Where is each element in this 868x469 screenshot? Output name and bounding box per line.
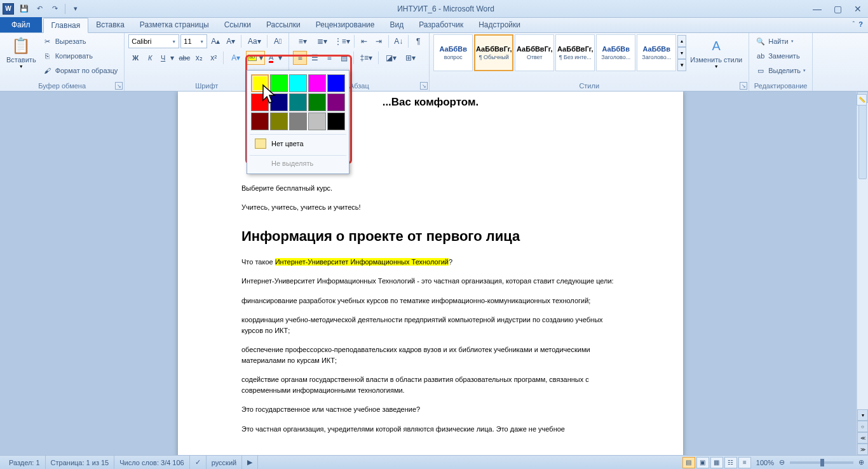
browse-object-icon[interactable]: ○ bbox=[857, 421, 868, 432]
color-swatch-magenta[interactable] bbox=[308, 74, 326, 92]
color-swatch-green[interactable] bbox=[270, 74, 288, 92]
color-swatch-cyan[interactable] bbox=[289, 74, 307, 92]
close-button[interactable]: ✕ bbox=[850, 3, 865, 15]
color-swatch-yellow[interactable] bbox=[251, 74, 269, 92]
color-swatch-purple[interactable] bbox=[327, 93, 345, 111]
paste-button[interactable]: 📋 Вставить ▼ bbox=[4, 34, 39, 70]
undo-icon[interactable]: ↶ bbox=[33, 3, 46, 15]
justify-icon[interactable]: ▤ bbox=[337, 51, 351, 65]
tab-addins[interactable]: Надстройки bbox=[471, 17, 528, 32]
align-right-icon[interactable]: ≡ bbox=[322, 51, 336, 65]
color-swatch-navy[interactable] bbox=[270, 93, 288, 111]
sort-icon[interactable]: A↓ bbox=[391, 34, 405, 48]
minimize-ribbon-icon[interactable]: ˆ bbox=[853, 20, 855, 28]
replace-button[interactable]: abЗаменить bbox=[753, 49, 808, 63]
zoom-level[interactable]: 100% bbox=[756, 459, 774, 466]
vertical-scrollbar[interactable]: ▴ ▾ ○ ≪ ≫ bbox=[857, 92, 868, 455]
grow-font-icon[interactable]: A▴ bbox=[208, 34, 222, 48]
multilevel-list-icon[interactable]: ⋮≡▾ bbox=[332, 34, 351, 48]
qat-customize-icon[interactable]: ▾ bbox=[69, 3, 82, 15]
styles-expand[interactable]: ▼ bbox=[677, 59, 686, 71]
style-item[interactable]: АаБбВвЗаголово... bbox=[637, 34, 676, 71]
text-effects-icon[interactable]: A▾ bbox=[226, 51, 245, 65]
shrink-font-icon[interactable]: A▾ bbox=[224, 34, 238, 48]
status-word-count[interactable]: Число слов: 3/4 106 bbox=[114, 456, 190, 469]
scroll-down-icon[interactable]: ▾ bbox=[857, 409, 868, 421]
change-case-icon[interactable]: Aa▾ bbox=[245, 34, 264, 48]
zoom-out-icon[interactable]: ⊖ bbox=[779, 458, 785, 466]
numbering-icon[interactable]: ≣▾ bbox=[313, 34, 332, 48]
color-swatch-maroon[interactable] bbox=[251, 112, 269, 130]
print-layout-view-icon[interactable]: ▤ bbox=[682, 457, 695, 468]
style-item[interactable]: АаБбВвГг,¶ Без инте... bbox=[555, 34, 595, 71]
style-item[interactable]: АаБбВвГг,¶ Обычный bbox=[474, 34, 513, 71]
change-styles-button[interactable]: A Изменить стили ▼ bbox=[688, 34, 745, 70]
tab-developer[interactable]: Разработчик bbox=[411, 17, 471, 32]
style-item[interactable]: АаБбВвГг,Ответ bbox=[515, 34, 554, 71]
cut-button[interactable]: ✂Вырезать bbox=[40, 34, 121, 48]
save-icon[interactable]: 💾 bbox=[18, 3, 31, 15]
format-painter-button[interactable]: 🖌Формат по образцу bbox=[40, 64, 121, 78]
underline-icon[interactable]: Ч▾ bbox=[158, 51, 177, 65]
style-item[interactable]: АаБбВвЗаголово... bbox=[596, 34, 635, 71]
find-button[interactable]: 🔍Найти▾ bbox=[753, 34, 808, 48]
line-spacing-icon[interactable]: ‡≡▾ bbox=[356, 51, 376, 65]
outline-view-icon[interactable]: ☷ bbox=[724, 457, 737, 468]
highlight-color-icon[interactable]: ▾ bbox=[246, 51, 265, 65]
styles-launcher[interactable]: ↘ bbox=[740, 82, 747, 90]
font-color-icon[interactable]: A▾ bbox=[266, 51, 285, 65]
file-tab[interactable]: Файл bbox=[0, 17, 42, 32]
color-swatch-red[interactable] bbox=[251, 93, 269, 111]
styles-scroll-up[interactable]: ▴ bbox=[677, 35, 686, 47]
tab-review[interactable]: Рецензирование bbox=[308, 17, 383, 32]
tab-mailings[interactable]: Рассылки bbox=[259, 17, 308, 32]
clear-formatting-icon[interactable]: Aͯ bbox=[271, 34, 285, 48]
strikethrough-icon[interactable]: abc bbox=[177, 51, 191, 65]
zoom-thumb[interactable] bbox=[820, 459, 824, 466]
maximize-button[interactable]: ▢ bbox=[830, 3, 845, 15]
status-macro-icon[interactable]: ▶ bbox=[242, 456, 258, 469]
color-swatch-olive[interactable] bbox=[270, 112, 288, 130]
tab-insert[interactable]: Вставка bbox=[88, 17, 132, 32]
status-page[interactable]: Страница: 1 из 15 bbox=[46, 456, 115, 469]
help-icon[interactable]: ? bbox=[858, 20, 863, 28]
ruler-toggle-icon[interactable]: 📏 bbox=[857, 94, 867, 105]
show-marks-icon[interactable]: ¶ bbox=[411, 34, 425, 48]
style-item[interactable]: АаБбВввопрос bbox=[433, 34, 473, 71]
web-layout-view-icon[interactable]: ▦ bbox=[710, 457, 723, 468]
tab-view[interactable]: Вид bbox=[382, 17, 411, 32]
minimize-button[interactable]: — bbox=[810, 3, 825, 15]
color-swatch-blue[interactable] bbox=[327, 74, 345, 92]
full-screen-view-icon[interactable]: ▣ bbox=[696, 457, 709, 468]
font-name-combo[interactable]: Calibri▼ bbox=[128, 34, 179, 48]
color-swatch-teal[interactable] bbox=[289, 93, 307, 111]
subscript-icon[interactable]: x₂ bbox=[192, 51, 206, 65]
decrease-indent-icon[interactable]: ⇤ bbox=[357, 34, 371, 48]
align-left-icon[interactable]: ≡ bbox=[293, 51, 307, 65]
prev-page-icon[interactable]: ≪ bbox=[857, 432, 868, 444]
superscript-icon[interactable]: x² bbox=[207, 51, 220, 65]
bullets-icon[interactable]: ≡▾ bbox=[293, 34, 312, 48]
paragraph-launcher[interactable]: ↘ bbox=[420, 82, 428, 90]
clipboard-launcher[interactable]: ↘ bbox=[115, 82, 123, 90]
align-center-icon[interactable]: ☰ bbox=[308, 51, 322, 65]
zoom-slider[interactable] bbox=[790, 461, 853, 464]
redo-icon[interactable]: ↷ bbox=[48, 3, 61, 15]
shading-icon[interactable]: ◪▾ bbox=[381, 51, 400, 65]
bold-icon[interactable]: Ж bbox=[128, 51, 142, 65]
color-swatch-black[interactable] bbox=[327, 112, 345, 130]
no-color-option[interactable]: Нет цвета bbox=[250, 134, 346, 153]
font-size-combo[interactable]: 11▼ bbox=[180, 34, 207, 48]
status-section[interactable]: Раздел: 1 bbox=[4, 456, 46, 469]
zoom-in-icon[interactable]: ⊕ bbox=[858, 458, 864, 466]
status-proofing-icon[interactable]: ✓ bbox=[190, 456, 207, 469]
color-swatch-gray[interactable] bbox=[289, 112, 307, 130]
borders-icon[interactable]: ⊞▾ bbox=[401, 51, 420, 65]
next-page-icon[interactable]: ≫ bbox=[857, 444, 868, 455]
styles-scroll-down[interactable]: ▾ bbox=[677, 47, 686, 59]
scroll-thumb[interactable] bbox=[858, 103, 867, 179]
increase-indent-icon[interactable]: ⇥ bbox=[372, 34, 386, 48]
copy-button[interactable]: ⎘Копировать bbox=[40, 49, 121, 63]
color-swatch-darkgreen[interactable] bbox=[308, 93, 326, 111]
tab-page-layout[interactable]: Разметка страницы bbox=[132, 17, 217, 32]
